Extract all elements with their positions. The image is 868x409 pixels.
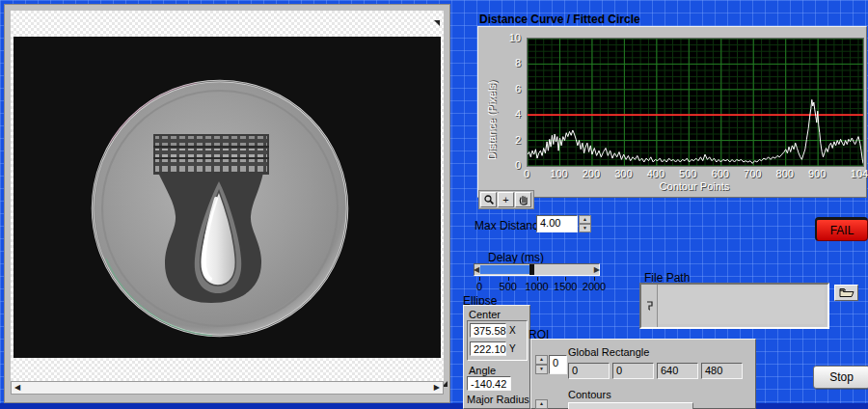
- x-tick-label: 0: [524, 168, 529, 179]
- decrement-button[interactable]: ▼: [579, 224, 591, 232]
- browse-button[interactable]: [834, 285, 858, 301]
- global-rectangle-label: Global Rectangle: [568, 346, 649, 358]
- center-cluster: 375.58 X 222.10 Y: [467, 320, 528, 361]
- x-tick-label: 400: [647, 168, 665, 179]
- rect-right-field[interactable]: 640: [657, 363, 698, 379]
- crosshair-icon: +: [502, 194, 508, 205]
- display-size-handle-icon[interactable]: [434, 20, 440, 26]
- delay-scale-label: 2000: [583, 281, 606, 292]
- scroll-right-icon[interactable]: ▶: [431, 382, 443, 394]
- max-distance-label: Max Distance: [475, 219, 545, 232]
- y-tick-col: 0246810: [492, 27, 523, 181]
- center-x-value: 375.58: [470, 323, 506, 338]
- roi-index-field[interactable]: 0: [549, 355, 567, 374]
- horizontal-scrollbar[interactable]: ◀ ▶: [11, 381, 444, 395]
- y-tick-label: 6: [515, 83, 521, 95]
- plot-area[interactable]: [527, 38, 864, 167]
- x-tick-label: 900: [808, 168, 826, 179]
- slider-right-arrow-icon[interactable]: ▶: [594, 265, 600, 274]
- slider-fill: [480, 265, 530, 274]
- cursor-tool-button[interactable]: +: [498, 192, 514, 207]
- y-tick-label: 4: [515, 108, 521, 120]
- contours-spinner: ▲ ▼: [535, 399, 548, 409]
- x-tick-label: 200: [583, 168, 600, 179]
- file-path-control: [639, 283, 829, 329]
- angle-label: Angle: [469, 365, 496, 376]
- x-tick-label: 700: [744, 168, 761, 179]
- fail-indicator: FAIL: [815, 217, 868, 241]
- x-tick-label: 500: [679, 168, 696, 179]
- chart-title: Distance Curve / Fitted Circle: [479, 13, 640, 26]
- delay-slider[interactable]: ◀ ▶: [474, 263, 600, 276]
- x-axis-label: Contour Points: [527, 180, 862, 192]
- increment-button[interactable]: ▲: [535, 355, 548, 365]
- global-rectangle-fields: 0 0 640 480: [568, 363, 743, 379]
- x-tick-label: 300: [614, 168, 632, 179]
- hand-icon: [518, 194, 529, 205]
- y-tick-label: 2: [515, 134, 521, 146]
- scroll-left-icon[interactable]: ◀: [12, 382, 23, 394]
- roi-cluster: ▲ ▼ 0 Global Rectangle 0 0 640 480 Conto…: [530, 339, 756, 409]
- max-distance-input[interactable]: 4.00: [536, 215, 578, 232]
- rect-left-field[interactable]: 0: [568, 363, 610, 379]
- distance-chart: Distance (Pixels) 0246810 01002003004005…: [477, 26, 867, 198]
- stop-button[interactable]: Stop: [813, 366, 868, 389]
- max-distance-spinner: ▲ ▼: [579, 215, 591, 232]
- y-tick-label: 0: [515, 159, 521, 171]
- magnifier-icon: [483, 194, 495, 205]
- increment-button[interactable]: ▲: [579, 215, 591, 224]
- path-type-icon[interactable]: [643, 285, 658, 327]
- plot-svg: [528, 39, 863, 166]
- major-radius-label: Major Radius: [467, 394, 529, 405]
- delay-scale: 0 500 1000 1500 2000: [479, 281, 594, 293]
- slider-thumb[interactable]: [529, 264, 534, 275]
- delay-scale-label: 0: [476, 281, 482, 292]
- contours-label: Contours: [568, 389, 611, 400]
- delay-scale-label: 1000: [525, 281, 548, 292]
- y-tick-label: 10: [509, 32, 521, 43]
- slider-left-arrow-icon[interactable]: ◀: [474, 265, 479, 274]
- roi-index-spinner: ▲ ▼: [535, 355, 548, 374]
- center-label: Center: [469, 309, 501, 320]
- x-tick-label: 800: [776, 168, 794, 179]
- rect-bottom-field[interactable]: 480: [701, 363, 743, 379]
- x-tick-row: 01002003004005006007008009001040: [527, 168, 862, 181]
- x-axis-tag: X: [509, 325, 516, 336]
- angle-value: -140.42: [467, 376, 511, 391]
- contours-field[interactable]: [568, 402, 693, 409]
- ellipse-cluster: Center 375.58 X 222.10 Y Angle -140.42 M…: [463, 305, 530, 409]
- graph-palette: +: [478, 190, 534, 209]
- y-tick-label: 8: [515, 57, 521, 68]
- x-tick-label: 1040: [851, 168, 868, 179]
- delay-scale-label: 1500: [554, 281, 577, 292]
- y-axis-tag: Y: [509, 343, 516, 354]
- front-panel: ◀ ▶ Distance Curve / Fitted Circle Dista…: [0, 0, 868, 409]
- folder-icon: [839, 287, 854, 298]
- file-path-input[interactable]: [658, 286, 825, 324]
- rect-top-field[interactable]: 0: [612, 363, 654, 379]
- camera-image: [14, 37, 441, 358]
- center-y-value: 222.10: [470, 341, 506, 356]
- decrement-button[interactable]: ▼: [535, 365, 548, 374]
- x-tick-label: 600: [712, 168, 729, 179]
- image-display: ◀ ▶: [4, 4, 450, 403]
- pan-tool-button[interactable]: [515, 192, 531, 207]
- delay-label: Delay (ms): [488, 251, 544, 264]
- increment-button[interactable]: ▲: [535, 399, 548, 409]
- x-tick-label: 100: [550, 168, 567, 179]
- delay-scale-label: 500: [500, 281, 517, 292]
- image-viewport[interactable]: [11, 11, 444, 381]
- zoom-tool-button[interactable]: [480, 192, 497, 207]
